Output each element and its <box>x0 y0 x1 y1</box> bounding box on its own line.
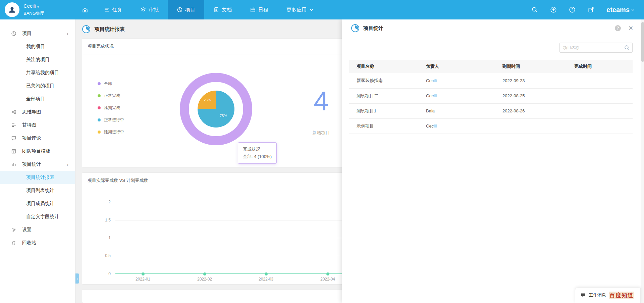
user-org: BANG集团 <box>23 11 45 16</box>
gantt-icon <box>11 122 16 128</box>
table-header-row: 项目名称 负责人 到期时间 完成时间 <box>349 60 633 73</box>
template-icon <box>11 149 16 154</box>
page-scrollbar <box>641 19 644 303</box>
user-menu[interactable]: Cecili∨ BANG集团 <box>0 2 75 17</box>
sidebar-item-label: 项目 <box>22 31 32 37</box>
sidebar-item-gantt[interactable]: 甘特图 <box>0 118 75 132</box>
legend-item[interactable]: 全部 <box>98 78 124 90</box>
brand-logo[interactable]: eteams <box>606 6 635 14</box>
sidebar-item-all-projects[interactable]: 全部项目 <box>0 92 75 105</box>
document-icon <box>213 7 219 13</box>
data-point[interactable] <box>326 272 329 275</box>
chevron-right-icon: › <box>67 31 68 36</box>
close-icon[interactable]: ✕ <box>628 25 633 31</box>
nav-item-approval[interactable]: 审批 <box>131 0 168 19</box>
sidebar-item-project-comments[interactable]: 项目评论 <box>0 132 75 145</box>
sidebar-item-member-stats[interactable]: 项目成员统计 <box>0 197 75 210</box>
sidebar: 项目 › 我的项目 关注的项目 共享给我的项目 已关闭的项目 全部项目 思维导图… <box>0 19 75 303</box>
project-stats-panel: 项目统计 ? ✕ 项目名称 负责人 到期时间 完成时间 新家装修指南 Cecil… <box>342 19 641 303</box>
legend-item[interactable]: 延期完成 <box>98 102 124 114</box>
data-point[interactable] <box>203 272 206 275</box>
legend-dot <box>98 131 101 134</box>
y-axis-tick: 2 <box>92 200 111 204</box>
panel-header: 项目统计 ? ✕ <box>342 19 641 36</box>
work-message-widget: 工作消息 百度知道 <box>575 288 641 303</box>
sidebar-item-projects[interactable]: 项目 › <box>0 27 75 40</box>
sidebar-item-shared-projects[interactable]: 共享给我的项目 <box>0 66 75 79</box>
legend-dot <box>98 106 101 109</box>
sidebar-item-my-projects[interactable]: 我的项目 <box>0 40 75 53</box>
legend-dot <box>98 82 101 85</box>
chevron-down-icon: ∨ <box>37 5 39 8</box>
x-axis-tick: 2022-02 <box>191 277 218 282</box>
project-icon <box>177 7 183 13</box>
chevron-down-icon <box>631 9 635 11</box>
column-header: 完成时间 <box>567 60 633 73</box>
trash-icon <box>11 240 16 246</box>
y-axis-tick: 1 <box>92 236 111 240</box>
panel-title: 项目统计 <box>363 25 383 32</box>
chart-tooltip: 完成状况 全部: 4 (100%) <box>238 142 277 164</box>
donut-inner-pie[interactable]: 25% 75% <box>198 91 234 128</box>
sidebar-item-closed-projects[interactable]: 已关闭的项目 <box>0 79 75 92</box>
scrollbar-thumb[interactable] <box>641 22 644 62</box>
chevron-down-icon <box>310 9 313 11</box>
mindmap-icon <box>11 109 16 115</box>
sidebar-item-followed-projects[interactable]: 关注的项目 <box>0 53 75 66</box>
help-icon[interactable]: ? <box>615 25 621 31</box>
search-input[interactable] <box>559 43 633 53</box>
y-axis-tick: 0.5 <box>92 253 111 258</box>
pie-slice-label: 25% <box>202 98 212 102</box>
work-message-label[interactable]: 工作消息 <box>589 292 606 298</box>
y-axis-tick: 0 <box>92 271 111 276</box>
nav-item-tasks[interactable]: 任务 <box>95 0 131 19</box>
chart-legend: 全部 正常完成 延期完成 正常进行中 延期进行中 <box>98 78 124 138</box>
table-row[interactable]: 示例项目 Cecili <box>349 118 633 134</box>
table-row[interactable]: 测试项目1 Bala 2022-08-26 <box>349 103 633 118</box>
message-bubble-icon <box>581 293 586 298</box>
donut-chart[interactable]: 25% 75% <box>180 73 252 145</box>
legend-item[interactable]: 正常进行中 <box>98 114 124 126</box>
plus-circle-icon[interactable] <box>550 6 557 13</box>
chevron-right-icon: › <box>67 161 68 167</box>
help-circle-icon[interactable]: ? <box>569 6 576 13</box>
sidebar-item-list-stats[interactable]: 项目列表统计 <box>0 184 75 197</box>
column-header: 到期时间 <box>495 60 567 73</box>
nav-item-home[interactable] <box>75 0 95 19</box>
nav-item-more-apps[interactable]: 更多应用 <box>277 0 322 19</box>
sidebar-item-team-templates[interactable]: 团队项目模板 <box>0 145 75 158</box>
sidebar-item-mindmap[interactable]: 思维导图 <box>0 105 75 118</box>
stats-icon <box>11 162 16 167</box>
nav-item-docs[interactable]: 文档 <box>204 0 241 19</box>
person-icon <box>8 5 16 14</box>
sidebar-item-recycle-bin[interactable]: 回收站 <box>0 236 75 249</box>
projects-table: 项目名称 负责人 到期时间 完成时间 新家装修指南 Cecili 2022-09… <box>349 60 633 134</box>
avatar[interactable] <box>5 2 19 17</box>
project-icon <box>11 31 16 36</box>
calendar-icon <box>250 7 256 13</box>
sidebar-item-project-stats[interactable]: 项目统计 › <box>0 158 75 171</box>
new-projects-label: 新增项目 <box>302 130 340 136</box>
home-icon <box>82 7 88 13</box>
stats-icon <box>351 24 360 33</box>
sidebar-collapse-handle[interactable]: ‹ <box>75 273 79 284</box>
table-row[interactable]: 测试项目二 Cecili 2022-08-25 <box>349 88 633 103</box>
data-point[interactable] <box>142 272 145 275</box>
launch-icon[interactable] <box>588 6 594 13</box>
search-icon[interactable] <box>624 45 630 51</box>
search-icon[interactable] <box>531 6 538 13</box>
nav-item-calendar[interactable]: 日程 <box>241 0 277 19</box>
table-row[interactable]: 新家装修指南 Cecili 2022-09-23 <box>349 73 633 88</box>
topbar: Cecili∨ BANG集团 任务 审批 项目 文档 日程 更多应用 <box>0 0 644 19</box>
sidebar-item-custom-field-stats[interactable]: 自定义字段统计 <box>0 210 75 223</box>
search-box <box>559 43 633 53</box>
legend-item[interactable]: 延期进行中 <box>98 126 124 138</box>
x-axis-tick: 2022-04 <box>314 277 341 282</box>
nav-item-projects[interactable]: 项目 <box>168 0 204 19</box>
stats-report-icon <box>82 25 91 34</box>
data-point[interactable] <box>265 272 268 275</box>
pie-slice-label: 75% <box>218 114 228 118</box>
sidebar-item-settings[interactable]: 设置 <box>0 223 75 236</box>
sidebar-item-stats-report[interactable]: 项目统计报表 <box>0 171 75 184</box>
legend-item[interactable]: 正常完成 <box>98 90 124 102</box>
